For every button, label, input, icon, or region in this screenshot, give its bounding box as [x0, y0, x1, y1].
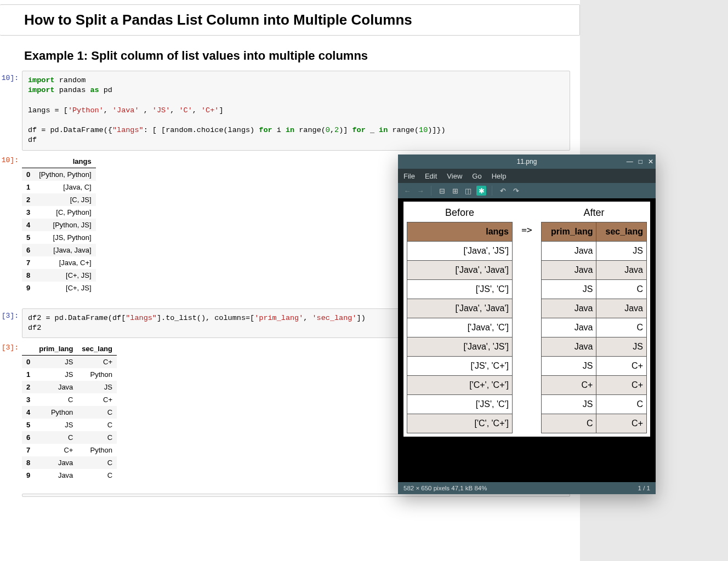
cell-value: JS [596, 242, 647, 261]
input-prompt-2: [3]: [0, 308, 22, 320]
cell-value: C [542, 414, 596, 433]
column-header: sec_lang [77, 342, 117, 356]
row-index: 8 [22, 456, 35, 469]
cell-value: Java [35, 381, 77, 393]
table-row: 0JSC+ [22, 355, 117, 368]
cell-value: [Python, JS] [35, 219, 95, 231]
input-prompt-3 [0, 494, 22, 497]
cell-value: ['JS', 'C+'] [407, 357, 513, 376]
row-index: 4 [22, 406, 35, 419]
row-index: 6 [22, 244, 35, 256]
maximize-icon[interactable]: □ [639, 158, 642, 165]
row-index: 3 [22, 393, 35, 406]
table-row: 7[Java, C+] [22, 256, 96, 269]
output-prompt-1: 10]: [0, 153, 22, 164]
cell-value: Java [35, 469, 77, 482]
row-index: 2 [22, 193, 35, 206]
menu-file[interactable]: File [403, 172, 415, 180]
table-row: JavaJS [542, 337, 647, 357]
row-index: 9 [22, 282, 35, 294]
window-titlebar[interactable]: 11.png — □ ✕ [398, 154, 656, 169]
column-header: sec_lang [596, 222, 647, 242]
window-menubar: FileEditViewGoHelp [398, 169, 656, 183]
view-mode-icon-3[interactable]: ✱ [476, 186, 486, 196]
row-index: 7 [22, 444, 35, 456]
cell-value: [C+, JS] [35, 282, 95, 294]
table-row: 1[Java, C] [22, 181, 96, 193]
code-editor-1[interactable]: import random import pandas as pd langs … [22, 71, 570, 151]
menu-help[interactable]: Help [492, 172, 507, 180]
table-row: 0[Python, Python] [22, 168, 96, 181]
cell-value: [JS, Python] [35, 231, 95, 244]
before-table: langs['Java', 'JS']['Java', 'Java']['JS'… [407, 222, 513, 433]
after-label: After [541, 205, 647, 222]
cell-value: ['Java', 'JS'] [407, 337, 513, 357]
cell-value: C [596, 395, 647, 414]
table-row: ['Java', 'JS'] [407, 337, 513, 357]
code-cell-1[interactable]: 10]: import random import pandas as pd l… [0, 70, 580, 152]
toolbar-separator [431, 186, 431, 196]
table-row: ['Java', 'JS'] [407, 242, 513, 261]
table-row: C+C+ [542, 376, 647, 395]
view-mode-icon-2[interactable]: ◫ [463, 186, 473, 196]
cell-value: C+ [596, 376, 647, 395]
cell-value: ['C+', 'C+'] [407, 376, 513, 395]
table-row: ['Java', 'Java'] [407, 299, 513, 318]
window-title: 11.png [517, 158, 537, 165]
cell-value: C+ [596, 414, 647, 433]
rotate-left-icon[interactable]: ↶ [498, 186, 508, 196]
menu-edit[interactable]: Edit [425, 172, 437, 180]
table-row: JSC [542, 395, 647, 414]
cell-value: Java [542, 299, 596, 318]
dataframe-table-1: langs0[Python, Python]1[Java, C]2[C, JS]… [22, 155, 96, 294]
image-viewer-window[interactable]: 11.png — □ ✕ FileEditViewGoHelp ← → ⊟⊞◫✱… [398, 154, 656, 494]
nav-forward-icon[interactable]: → [416, 186, 425, 196]
output-dataframe-1: langs0[Python, Python]1[Java, C]2[C, JS]… [22, 153, 96, 299]
cell-value: [C, Python] [35, 206, 95, 219]
minimize-icon[interactable]: — [627, 158, 633, 165]
cell-value: ['Java', 'JS'] [407, 242, 513, 261]
table-row: 8[C+, JS] [22, 269, 96, 282]
before-label: Before [407, 205, 513, 222]
view-mode-icon-1[interactable]: ⊞ [450, 186, 460, 196]
row-index: 5 [22, 231, 35, 244]
table-row: ['C+', 'C+'] [407, 376, 513, 395]
menu-view[interactable]: View [447, 172, 462, 180]
cell-value: JS [596, 337, 647, 357]
cell-value: [Python, Python] [35, 168, 95, 181]
after-table: prim_langsec_langJavaJSJavaJavaJSCJavaJa… [541, 222, 647, 433]
cell-value: ['JS', 'C'] [407, 280, 513, 299]
cell-value: C+ [77, 393, 117, 406]
close-icon[interactable]: ✕ [648, 158, 653, 165]
status-left: 582 × 650 pixels 47,1 kB 84% [403, 485, 487, 491]
table-row: ['JS', 'C'] [407, 395, 513, 414]
cell-value: JS [542, 280, 596, 299]
cell-value: C [77, 419, 117, 431]
table-row: ['C', 'C+'] [407, 414, 513, 433]
rotate-right-icon[interactable]: ↷ [511, 186, 521, 196]
column-header: langs [35, 155, 95, 168]
table-row: JavaC [542, 318, 647, 337]
menu-go[interactable]: Go [472, 172, 481, 180]
nav-back-icon[interactable]: ← [402, 186, 412, 196]
table-row: 4[Python, JS] [22, 219, 96, 231]
input-prompt-1: 10]: [0, 71, 22, 82]
table-row: JSC+ [542, 357, 647, 376]
image-canvas[interactable]: Before langs['Java', 'JS']['Java', 'Java… [398, 198, 656, 482]
table-row: 8JavaC [22, 456, 117, 469]
cell-value: C [77, 431, 117, 444]
cell-value: Java [35, 456, 77, 469]
view-mode-icon-0[interactable]: ⊟ [437, 186, 447, 196]
table-row: JavaJava [542, 299, 647, 318]
row-index: 9 [22, 469, 35, 482]
column-header: prim_lang [542, 222, 596, 242]
row-index: 2 [22, 381, 35, 393]
cell-value: Python [77, 444, 117, 456]
cell-value: C+ [77, 355, 117, 368]
cell-value: Python [35, 406, 77, 419]
table-row: ['Java', 'Java'] [407, 261, 513, 280]
row-index: 6 [22, 431, 35, 444]
row-index: 0 [22, 355, 35, 368]
cell-value: JS [35, 355, 77, 368]
cell-value: Python [77, 368, 117, 381]
